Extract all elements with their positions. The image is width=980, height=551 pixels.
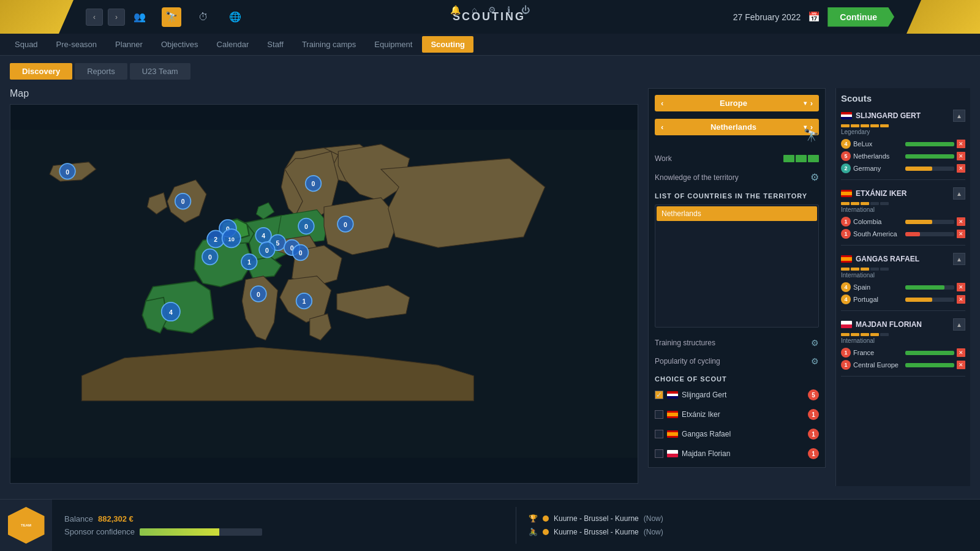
spain-remove[interactable]: ✕ — [957, 283, 965, 291]
colombia-remove[interactable]: ✕ — [957, 217, 965, 226]
tab-planner[interactable]: Planner — [107, 36, 151, 53]
star-5 — [880, 124, 889, 127]
event-2-time: (Now) — [644, 528, 663, 536]
scout-choice-majdan[interactable]: Majdan Florian 1 — [655, 446, 819, 461]
gangas-region-portugal[interactable]: 4 Portugal ✕ — [841, 293, 965, 305]
southam-remove[interactable]: ✕ — [957, 230, 965, 238]
netherlands-region-name: Netherlands — [853, 152, 903, 160]
subtab-reports[interactable]: Reports — [75, 63, 127, 80]
spain-bar — [905, 285, 955, 290]
germany-region-name: Germany — [853, 165, 903, 172]
countries-list[interactable]: Netherlands — [655, 204, 819, 328]
squad-icon[interactable]: 👥 — [130, 7, 149, 27]
netherlands-fill — [905, 154, 955, 159]
etxaniz-region-colombia[interactable]: 1 Colombia ✕ — [841, 216, 965, 228]
knowledge-icon: ⚙ — [810, 171, 819, 183]
slijngard-region-germany[interactable]: 2 Germany ✕ — [841, 162, 965, 174]
nav-forward-button[interactable]: › — [108, 9, 125, 26]
star-2 — [851, 124, 859, 127]
majdan-region-centraleu[interactable]: 1 Central Europe ✕ — [841, 359, 965, 371]
svg-text:5: 5 — [276, 240, 279, 247]
event-1-text: Kuurne - Brussel - Kuurne — [554, 514, 639, 523]
calendar-icon[interactable]: 📅 — [808, 11, 820, 23]
info-icon[interactable]: ℹ — [507, 5, 510, 15]
majdan-region-france[interactable]: 1 France ✕ — [841, 347, 965, 359]
majdan-checkbox[interactable] — [655, 449, 663, 458]
slijngard-checkbox[interactable]: ✓ — [655, 391, 663, 399]
belux-remove[interactable]: ✕ — [957, 140, 965, 148]
bell-icon[interactable]: 🔔 — [450, 5, 461, 15]
subtab-u23team[interactable]: U23 Team — [130, 63, 190, 80]
nav-back-button[interactable]: ‹ — [86, 9, 103, 26]
slijngard-count: 5 — [808, 389, 819, 400]
slijngard-expand[interactable]: ▲ — [953, 110, 965, 122]
power-icon[interactable]: ⏻ — [521, 5, 530, 15]
tab-objectives[interactable]: Objectives — [153, 36, 207, 53]
centraleu-remove[interactable]: ✕ — [957, 361, 965, 369]
southam-name: South America — [853, 230, 903, 238]
tab-training-camps[interactable]: Training camps — [293, 36, 364, 53]
gangas-region-spain[interactable]: 4 Spain ✕ — [841, 281, 965, 293]
training-structures-row: Training structures ⚙ — [655, 336, 819, 350]
scout-choice-slijngard[interactable]: ✓ Slijngard Gert 5 — [655, 388, 819, 402]
event-1-time: (Now) — [644, 514, 663, 523]
scouting-icon[interactable]: 🔭 — [162, 7, 181, 27]
event-2[interactable]: 🚴 Kuurne - Brussel - Kuurne (Now) — [529, 528, 968, 536]
majdan-level: International — [841, 337, 965, 344]
europe-prev-arrow[interactable]: ‹ — [661, 99, 663, 108]
knowledge-row: Knowledge of the territory ⚙ — [655, 170, 819, 185]
scout-choice-etxaniz[interactable]: Etxániz Iker 1 — [655, 407, 819, 422]
top-icons: 👥 🔭 ⏱ 🌐 — [130, 7, 245, 27]
europe-chevron-down[interactable]: ▾ — [804, 100, 807, 107]
balance-label: Balance — [64, 514, 93, 523]
star-g2 — [851, 268, 859, 271]
home-icon[interactable]: ⌂ — [472, 5, 477, 15]
globe-icon[interactable]: 🌐 — [225, 7, 245, 27]
europe-map-svg: 0 0 0 0 2 10 — [10, 105, 638, 483]
europe-next-arrow[interactable]: › — [810, 99, 813, 108]
event-2-text: Kuurne - Brussel - Kuurne — [554, 528, 639, 536]
gangas-checkbox[interactable] — [655, 430, 663, 438]
europe-selector[interactable]: ‹ Europe ▾ › — [655, 95, 819, 111]
spain-badge: 4 — [841, 282, 851, 292]
tab-calendar[interactable]: Calendar — [208, 36, 258, 53]
france-remove[interactable]: ✕ — [957, 348, 965, 357]
belux-fill — [905, 142, 955, 146]
scout-choice-gangas[interactable]: Gangas Rafael 1 — [655, 427, 819, 441]
slijngard-region-netherlands[interactable]: 5 Netherlands ✕ — [841, 150, 965, 162]
germany-remove[interactable]: ✕ — [957, 164, 965, 173]
popularity-label: Popularity of cycling — [655, 357, 720, 365]
system-icons: 🔔 ⌂ ⚙ ℹ ⏻ — [450, 5, 529, 15]
tab-squad[interactable]: Squad — [6, 36, 47, 53]
etxaniz-expand[interactable]: ▲ — [953, 187, 965, 200]
scout-assigned-icon: 🔭 — [804, 128, 819, 143]
clock-icon[interactable]: ⏱ — [194, 7, 213, 27]
etxaniz-region-southam[interactable]: 1 South America ✕ — [841, 228, 965, 240]
tab-scouting[interactable]: Scouting — [422, 36, 473, 53]
subtab-discovery[interactable]: Discovery — [10, 63, 72, 80]
scouts-sidebar: Scouts SLIJNGARD GERT ▲ Legendary 4 — [835, 88, 970, 486]
settings-icon[interactable]: ⚙ — [488, 5, 496, 15]
training-structures-label: Training structures — [655, 339, 715, 347]
slijngard-region-belux[interactable]: 4 BeLux ✕ — [841, 138, 965, 150]
map-container[interactable]: 0 0 0 0 2 10 — [10, 104, 638, 484]
portugal-remove[interactable]: ✕ — [957, 295, 965, 304]
netherlands-remove[interactable]: ✕ — [957, 152, 965, 160]
team-logo-inner: TEAM — [8, 507, 45, 544]
tab-preseason[interactable]: Pre-season — [48, 36, 105, 53]
slijngard-sidebar-flag — [841, 112, 852, 119]
gangas-name: Gangas Rafael — [682, 430, 731, 438]
etxaniz-checkbox[interactable] — [655, 410, 663, 419]
tab-equipment[interactable]: Equipment — [366, 36, 421, 53]
star-e1 — [841, 202, 850, 205]
europe-label: Europe — [667, 99, 799, 108]
event-1[interactable]: 🏆 Kuurne - Brussel - Kuurne (Now) — [529, 514, 968, 523]
country-netherlands[interactable]: Netherlands — [657, 206, 817, 221]
france-fill — [905, 351, 955, 355]
continue-button[interactable]: Continue — [827, 7, 894, 27]
centraleu-name: Central Europe — [853, 361, 903, 369]
tab-staff[interactable]: Staff — [258, 36, 292, 53]
sponsor-label: Sponsor confidence — [64, 527, 135, 536]
gangas-expand[interactable]: ▲ — [953, 253, 965, 265]
majdan-expand[interactable]: ▲ — [953, 318, 965, 331]
